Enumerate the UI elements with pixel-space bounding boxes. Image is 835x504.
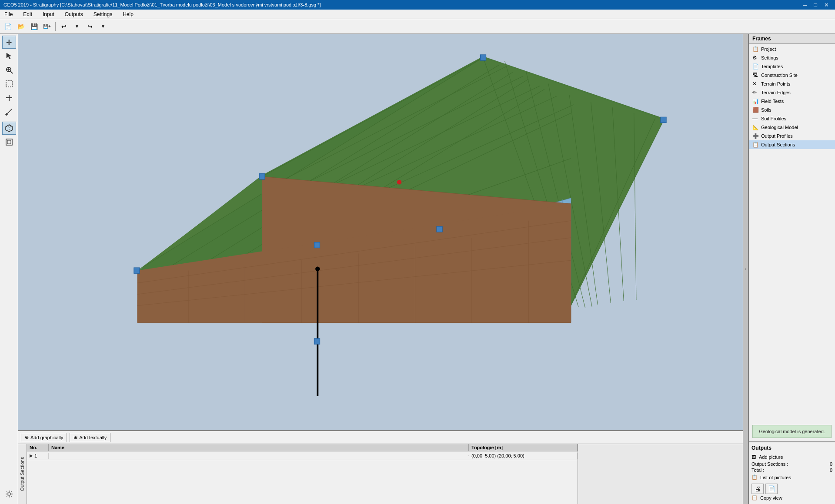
output-sections-side-label: Output Sections bbox=[18, 444, 27, 504]
menu-item-outputs[interactable]: Outputs bbox=[62, 10, 86, 18]
frame-label-soils: Soils bbox=[761, 107, 772, 113]
open-button[interactable]: 📂 bbox=[15, 21, 27, 32]
frame-icon-settings: ⚙ bbox=[752, 55, 758, 61]
list-of-pictures-item[interactable]: 📋 List of pictures bbox=[752, 474, 832, 481]
svg-rect-87 bbox=[314, 338, 320, 344]
frame-label-settings: Settings bbox=[761, 55, 778, 60]
output-sections-stat: Output Sections : 0 bbox=[752, 461, 832, 467]
toolbar: 📄 📂 💾 💾+ ↩ ▼ ↪ ▼ bbox=[0, 19, 835, 34]
cell-topology: (0,00; 5,00) (20,00; 5,00) bbox=[469, 453, 578, 459]
add-picture-item[interactable]: 🖼 Add picture bbox=[752, 454, 832, 461]
redo-arrow-button[interactable]: ▼ bbox=[97, 21, 109, 32]
frame-item-soils[interactable]: 🟫Soils bbox=[749, 106, 835, 114]
bottom-toolbar: ⊕ Add graphically ⊞ Add textually bbox=[18, 431, 743, 444]
frame-item-terrain-edges[interactable]: ✏Terrain Edges bbox=[749, 88, 835, 97]
table-row[interactable]: ▶ 1 (0,00; 5,00) (20,00; 5,00) bbox=[27, 451, 578, 460]
output-action-buttons: 🖨 📄 bbox=[752, 484, 832, 494]
geological-model-info: Geological model is generated. bbox=[752, 425, 832, 438]
new-button[interactable]: 📄 bbox=[2, 21, 14, 32]
print-preview-button[interactable]: 📄 bbox=[765, 484, 778, 494]
frame-label-output-sections: Output Sections bbox=[761, 142, 795, 147]
redo-button[interactable]: ↪ bbox=[84, 21, 96, 32]
menu-item-file[interactable]: File bbox=[2, 10, 15, 18]
copy-view-icon: 📋 bbox=[752, 495, 758, 501]
print-button[interactable]: 🖨 bbox=[752, 484, 764, 494]
save-as-button[interactable]: 💾+ bbox=[41, 21, 53, 32]
title-text: GEO5 2019 - Stratigraphy [C:\Stahovat\St… bbox=[3, 2, 321, 7]
view-3d-button[interactable] bbox=[2, 122, 16, 135]
region-select-button[interactable] bbox=[2, 77, 16, 90]
outputs-section: Outputs 🖼 Add picture Output Sections : … bbox=[749, 441, 835, 504]
node-tool-button[interactable] bbox=[2, 91, 16, 104]
frame-item-geological-model[interactable]: 📐Geological Model bbox=[749, 123, 835, 132]
svg-line-1 bbox=[10, 71, 13, 73]
frame-label-geological-model: Geological Model bbox=[761, 125, 798, 130]
viewport-container: ⊕ Add graphically ⊞ Add textually Output… bbox=[18, 34, 743, 504]
frame-item-output-profiles[interactable]: ➕Output Profiles bbox=[749, 132, 835, 140]
svg-rect-81 bbox=[480, 55, 486, 60]
menu-item-edit[interactable]: Edit bbox=[20, 10, 35, 18]
frame-label-output-profiles: Output Profiles bbox=[761, 133, 793, 139]
frame-label-terrain-points: Terrain Points bbox=[761, 81, 790, 86]
table-body[interactable]: ▶ 1 (0,00; 5,00) (20,00; 5,00) bbox=[27, 451, 578, 504]
frame-item-project[interactable]: 📋Project bbox=[749, 45, 835, 53]
svg-rect-86 bbox=[437, 226, 442, 232]
move-tool-button[interactable]: ✛ bbox=[2, 36, 16, 49]
add-graphically-button[interactable]: ⊕ Add graphically bbox=[21, 433, 67, 442]
viewport[interactable] bbox=[18, 34, 743, 430]
frame-item-templates[interactable]: 📄Templates bbox=[749, 62, 835, 71]
frame-label-terrain-edges: Terrain Edges bbox=[761, 90, 791, 95]
frame-icon-output-sections: 📋 bbox=[752, 142, 758, 148]
collapse-handle[interactable]: › bbox=[743, 34, 748, 504]
svg-rect-82 bbox=[661, 117, 666, 123]
frames-list: 📋Project⚙Settings📄Templates🏗Construction… bbox=[749, 44, 835, 421]
select-tool-button[interactable] bbox=[2, 50, 16, 63]
col-header-topo: Topologie [m] bbox=[469, 444, 578, 451]
scene-viewport bbox=[18, 34, 743, 430]
frame-icon-templates: 📄 bbox=[752, 63, 758, 70]
zoom-tool-button[interactable] bbox=[2, 63, 16, 76]
menu-item-settings[interactable]: Settings bbox=[91, 10, 115, 18]
view-box-button[interactable] bbox=[2, 136, 16, 149]
maximize-button[interactable]: □ bbox=[811, 2, 820, 8]
svg-rect-85 bbox=[314, 242, 320, 248]
total-stat: Total : 0 bbox=[752, 468, 832, 473]
col-header-name: Name bbox=[49, 444, 469, 451]
bottom-panel: ⊕ Add graphically ⊞ Add textually Output… bbox=[18, 430, 743, 504]
frame-label-soil-profiles: Soil Profiles bbox=[761, 116, 786, 121]
add-graphically-icon: ⊕ bbox=[25, 434, 29, 440]
undo-arrow-button[interactable]: ▼ bbox=[71, 21, 83, 32]
frame-item-output-sections[interactable]: 📋Output Sections bbox=[749, 140, 835, 149]
frame-icon-soil-profiles: — bbox=[752, 116, 758, 122]
frame-item-construction-site[interactable]: 🏗Construction Site bbox=[749, 71, 835, 80]
section-preview bbox=[578, 444, 743, 504]
frame-icon-terrain-edges: ✏ bbox=[752, 90, 758, 96]
menu-item-input[interactable]: Input bbox=[40, 10, 57, 18]
undo-button[interactable]: ↩ bbox=[58, 21, 70, 32]
settings-gear-button[interactable] bbox=[2, 487, 16, 501]
left-toolbar: ✛ bbox=[0, 34, 18, 504]
measure-tool-button[interactable] bbox=[2, 105, 16, 118]
frame-item-settings[interactable]: ⚙Settings bbox=[749, 53, 835, 62]
svg-rect-10 bbox=[6, 139, 12, 145]
frame-icon-geological-model: 📐 bbox=[752, 124, 758, 130]
frame-item-terrain-points[interactable]: ✕Terrain Points bbox=[749, 80, 835, 88]
frame-item-field-tests[interactable]: 📊Field Tests bbox=[749, 97, 835, 106]
menu-item-help[interactable]: Help bbox=[120, 10, 136, 18]
col-header-no: No. bbox=[27, 444, 49, 451]
svg-point-88 bbox=[397, 180, 401, 184]
add-textually-button[interactable]: ⊞ Add textually bbox=[70, 433, 110, 442]
add-picture-icon: 🖼 bbox=[752, 454, 756, 460]
frame-item-soil-profiles[interactable]: —Soil Profiles bbox=[749, 114, 835, 123]
outputs-header: Outputs bbox=[752, 445, 832, 451]
save-button[interactable]: 💾 bbox=[28, 21, 40, 32]
svg-point-80 bbox=[315, 267, 320, 271]
main-layout: ✛ bbox=[0, 34, 835, 504]
frame-icon-field-tests: 📊 bbox=[752, 98, 758, 104]
minimize-button[interactable]: ─ bbox=[800, 2, 809, 8]
copy-view-item[interactable]: 📋 Copy view bbox=[752, 494, 832, 501]
close-button[interactable]: ✕ bbox=[822, 2, 832, 8]
frames-header: Frames bbox=[749, 34, 835, 44]
frame-label-construction-site: Construction Site bbox=[761, 73, 798, 78]
right-panel: Frames 📋Project⚙Settings📄Templates🏗Const… bbox=[748, 34, 835, 504]
